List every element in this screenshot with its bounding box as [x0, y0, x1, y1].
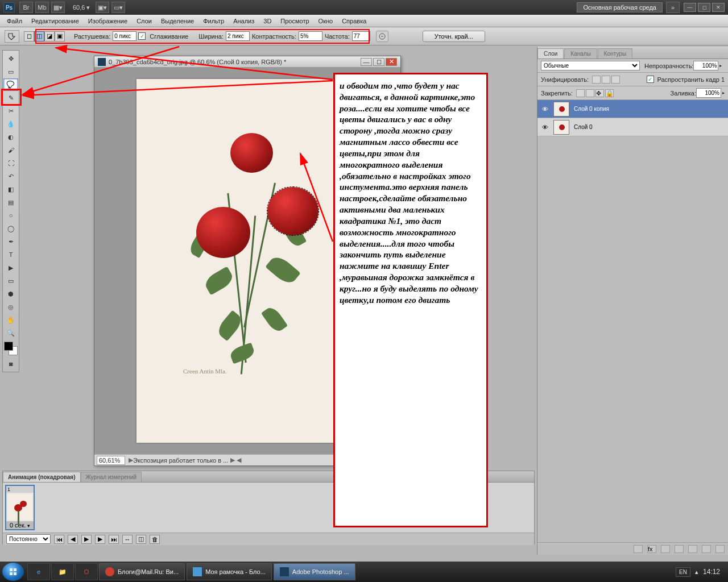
menu-filter[interactable]: Фильтр — [198, 16, 229, 26]
menu-help[interactable]: Справка — [337, 16, 371, 26]
dodge-tool[interactable]: ◯ — [3, 222, 18, 235]
layer-fx-icon[interactable]: fx — [647, 545, 656, 553]
last-frame-button[interactable]: ⏭ — [109, 535, 119, 544]
document-minimize[interactable]: — — [361, 58, 372, 66]
layer-row-1[interactable]: 👁 Слой 0 — [537, 118, 728, 136]
menu-window[interactable]: Окно — [314, 16, 338, 26]
taskbar-app-1[interactable]: Блоги@Mail.Ru: Ви... — [99, 563, 185, 580]
layer-mask-icon[interactable] — [661, 545, 670, 553]
blend-mode-select[interactable]: Обычные — [541, 61, 640, 70]
layer-thumbnail[interactable] — [553, 102, 569, 117]
tray-arrow-icon[interactable]: ▴ — [695, 568, 698, 576]
menu-file[interactable]: Файл — [2, 16, 27, 26]
layer-name[interactable]: Слой 0 — [574, 124, 593, 130]
prev-frame-button[interactable]: ◀ — [68, 535, 78, 544]
eyedropper-tool[interactable]: 💧 — [3, 118, 18, 130]
fill-input[interactable] — [696, 88, 721, 98]
link-layers-icon[interactable] — [634, 545, 643, 553]
quick-mask-tool[interactable]: ◙ — [3, 357, 18, 370]
unify-visibility-icon[interactable] — [602, 76, 610, 84]
view-extras-button[interactable]: ▦▾ — [51, 2, 65, 13]
3d-tool[interactable]: ⬢ — [3, 288, 18, 300]
arrange-button[interactable]: ▣▾ — [96, 2, 109, 13]
delete-frame-button[interactable]: 🗑 — [150, 535, 160, 544]
blur-tool[interactable]: ○ — [3, 209, 18, 222]
adjustment-layer-icon[interactable] — [675, 545, 684, 553]
width-input[interactable] — [226, 31, 250, 41]
taskbar-opera-icon[interactable]: O — [75, 563, 98, 580]
lock-position-icon[interactable]: ✥ — [595, 89, 604, 97]
brush-tool[interactable]: 🖌 — [3, 144, 18, 156]
lasso-tool[interactable] — [3, 78, 18, 91]
clock[interactable]: 14:12 — [703, 568, 720, 576]
taskbar-app-3[interactable]: Adobe Photoshop ... — [274, 563, 355, 580]
menu-image[interactable]: Изображение — [84, 16, 132, 26]
play-button[interactable]: ▶ — [81, 535, 92, 544]
tablet-pressure-icon[interactable] — [376, 31, 388, 42]
eraser-tool[interactable]: ◧ — [3, 183, 18, 196]
layer-group-icon[interactable] — [688, 545, 697, 553]
status-zoom[interactable]: 60,61% — [97, 456, 125, 465]
crop-tool[interactable]: ✂ — [3, 105, 18, 117]
contrast-input[interactable] — [299, 31, 322, 41]
selection-add[interactable]: ◫ — [34, 31, 44, 41]
taskbar-ie-icon[interactable]: e — [27, 563, 50, 580]
delete-layer-icon[interactable] — [715, 545, 725, 553]
marquee-tool[interactable]: ▭ — [3, 65, 18, 78]
layer-visibility-icon[interactable]: 👁 — [540, 104, 550, 114]
shape-tool[interactable]: ▭ — [3, 275, 18, 287]
start-button[interactable] — [2, 563, 24, 581]
language-indicator[interactable]: EN — [676, 567, 690, 577]
menu-layer[interactable]: Слои — [132, 16, 156, 26]
selection-subtract[interactable]: ◪ — [44, 31, 55, 41]
antialias-checkbox[interactable]: ✓ — [138, 32, 146, 40]
menu-analysis[interactable]: Анализ — [229, 16, 259, 26]
selection-intersect[interactable]: ▣ — [55, 31, 65, 41]
move-tool[interactable]: ✥ — [3, 52, 18, 65]
color-swatches[interactable] — [4, 342, 18, 355]
tab-paths[interactable]: Контуры — [598, 48, 632, 59]
clone-stamp-tool[interactable]: ⛶ — [3, 157, 18, 169]
workspace-switcher[interactable]: Основная рабочая среда — [577, 2, 663, 13]
animation-frame-1[interactable]: 1 0 сек. ▾ — [5, 485, 35, 530]
foreground-color[interactable] — [4, 342, 13, 351]
3d-camera-tool[interactable]: ◎ — [3, 301, 18, 313]
taskbar-explorer-icon[interactable]: 📁 — [51, 563, 74, 580]
tab-animation[interactable]: Анимация (покадровая) — [3, 472, 81, 482]
healing-brush-tool[interactable]: ◐ — [3, 131, 18, 143]
window-minimize[interactable]: — — [684, 3, 696, 12]
tween-button[interactable]: ↔ — [122, 535, 133, 544]
bridge-button[interactable]: Br — [19, 2, 33, 13]
lock-all-icon[interactable]: 🔒 — [605, 89, 614, 97]
menu-view[interactable]: Просмотр — [276, 16, 313, 26]
propagate-checkbox[interactable]: ✓ — [647, 76, 654, 83]
menu-edit[interactable]: Редактирование — [27, 16, 84, 26]
workspace-more-button[interactable]: » — [666, 2, 680, 13]
opacity-flyout-icon[interactable]: ▸ — [719, 63, 722, 68]
frame-delay[interactable]: 0 сек. ▾ — [6, 521, 34, 529]
hand-tool[interactable]: ✋ — [3, 314, 18, 326]
layer-row-0[interactable]: 👁 Слой 0 копия — [537, 100, 728, 118]
screen-mode-button[interactable]: ▭▾ — [111, 2, 125, 13]
layer-visibility-icon[interactable]: 👁 — [540, 122, 550, 132]
menu-select[interactable]: Выделение — [156, 16, 198, 26]
taskbar-app-2[interactable]: Моя рамочка - Бло... — [187, 563, 272, 580]
type-tool[interactable]: T — [3, 248, 18, 261]
gradient-tool[interactable]: ▤ — [3, 196, 18, 209]
lock-transparency-icon[interactable] — [576, 89, 585, 97]
menu-3d[interactable]: 3D — [259, 16, 276, 26]
first-frame-button[interactable]: ⏮ — [54, 535, 64, 544]
duplicate-frame-button[interactable]: ◫ — [136, 535, 146, 544]
window-close[interactable]: ✕ — [712, 3, 725, 12]
path-selection-tool[interactable]: ▶ — [3, 261, 18, 274]
tab-channels[interactable]: Каналы — [564, 48, 597, 59]
new-layer-icon[interactable] — [702, 545, 711, 553]
frequency-input[interactable] — [352, 31, 370, 41]
refine-edge-button[interactable]: Уточн. край... — [423, 31, 485, 42]
unify-style-icon[interactable] — [611, 76, 620, 84]
layer-thumbnail[interactable] — [553, 120, 569, 135]
unify-position-icon[interactable] — [592, 76, 601, 84]
document-titlebar[interactable]: 0_7b393_cda6b4cd_orig.jpg @ 60,6% (Слой … — [94, 56, 400, 68]
next-frame-button[interactable]: ▶ — [95, 535, 105, 544]
opacity-input[interactable] — [693, 61, 718, 70]
